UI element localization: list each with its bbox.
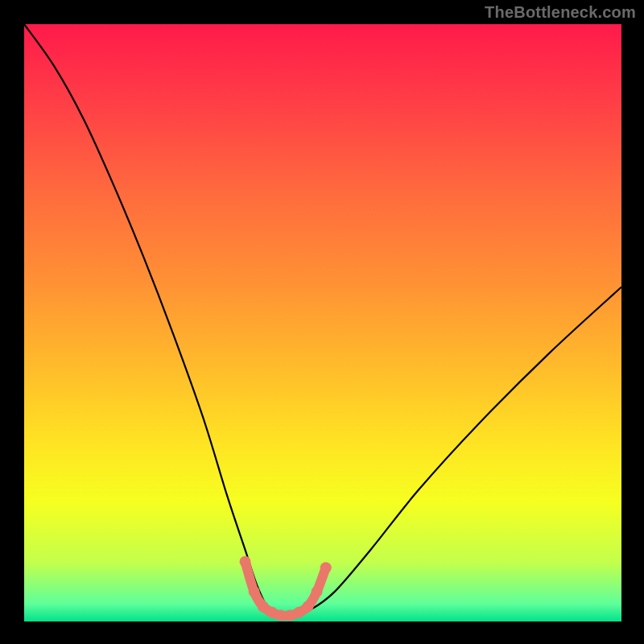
valley-point bbox=[249, 586, 260, 597]
valley-point bbox=[320, 562, 332, 573]
chart-container: TheBottleneck.com bbox=[0, 0, 644, 644]
gradient-background bbox=[24, 24, 621, 621]
valley-point bbox=[240, 556, 251, 568]
attribution-label: TheBottleneck.com bbox=[485, 3, 636, 22]
bottleneck-chart bbox=[0, 0, 644, 644]
valley-point bbox=[312, 586, 323, 597]
valley-point bbox=[302, 601, 313, 612]
